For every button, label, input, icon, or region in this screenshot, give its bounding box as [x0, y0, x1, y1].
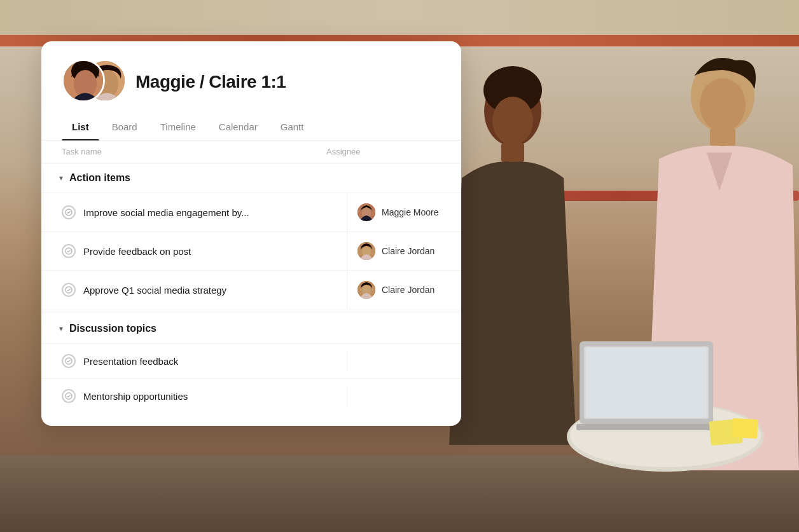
card-title: Maggie / Claire 1:1: [135, 72, 286, 92]
chevron-down-icon-2: ▾: [59, 324, 63, 333]
task-cell: Presentation feedback: [41, 344, 347, 378]
tab-calendar[interactable]: Calendar: [209, 115, 268, 140]
assignee-cell-empty-2: [347, 386, 461, 406]
assignee-avatar-claire: [358, 242, 375, 260]
check-circle-icon[interactable]: [62, 389, 76, 403]
background-scene: [430, 0, 799, 532]
column-assignee: Assignee: [326, 147, 441, 156]
table-row[interactable]: Provide feedback on post Claire Jordan: [41, 231, 461, 270]
assignee-cell: Claire Jordan: [347, 271, 461, 309]
assignee-name: Maggie Moore: [382, 207, 439, 217]
section-discussion-topics: ▾ Discussion topics: [41, 314, 461, 343]
section-action-items: ▾ Action items: [41, 163, 461, 193]
assignee-name: Claire Jordan: [382, 285, 434, 295]
task-cell: Improve social media engagement by...: [41, 195, 347, 229]
tab-gantt[interactable]: Gantt: [270, 115, 314, 140]
avatars-group: [62, 59, 125, 105]
svg-point-6: [700, 78, 746, 132]
check-circle-icon[interactable]: [62, 354, 76, 368]
assignee-avatar-maggie: [358, 203, 375, 221]
svg-point-3: [492, 97, 533, 145]
tab-board[interactable]: Board: [102, 115, 148, 140]
column-task-name: Task name: [62, 147, 326, 156]
table-row[interactable]: Improve social media engagement by... Ma…: [41, 193, 461, 231]
laptop: [576, 341, 716, 433]
check-circle-icon[interactable]: [62, 244, 76, 258]
chevron-down-icon: ▾: [59, 174, 63, 182]
section-divider: [41, 309, 461, 314]
avatar-maggie: [62, 59, 105, 102]
section-action-items-title: Action items: [69, 172, 130, 184]
assignee-cell: Claire Jordan: [347, 232, 461, 270]
table-row[interactable]: Approve Q1 social media strategy Claire …: [41, 270, 461, 309]
svg-rect-2: [501, 143, 524, 162]
task-cell: Mentorship opportunities: [41, 379, 347, 413]
check-circle-icon[interactable]: [62, 283, 76, 297]
table-row[interactable]: Mentorship opportunities: [41, 378, 461, 413]
tab-timeline[interactable]: Timeline: [150, 115, 206, 140]
assignee-name: Claire Jordan: [382, 246, 434, 256]
tab-bar: List Board Timeline Calendar Gantt: [41, 115, 461, 140]
task-cell: Provide feedback on post: [41, 234, 347, 268]
table-row[interactable]: Presentation feedback: [41, 343, 461, 378]
card-header: Maggie / Claire 1:1: [41, 41, 461, 115]
task-name: Provide feedback on post: [83, 246, 191, 257]
task-name: Mentorship opportunities: [83, 391, 188, 402]
tab-list[interactable]: List: [62, 115, 99, 140]
check-circle-icon[interactable]: [62, 205, 76, 219]
assignee-avatar-claire-2: [358, 281, 375, 299]
task-name: Presentation feedback: [83, 356, 178, 367]
svg-rect-12: [586, 348, 707, 418]
task-name: Improve social media engagement by...: [83, 207, 249, 218]
assignee-cell: Maggie Moore: [347, 193, 461, 231]
task-cell: Approve Q1 social media strategy: [41, 273, 347, 307]
svg-rect-11: [576, 424, 716, 430]
task-name: Approve Q1 social media strategy: [83, 285, 226, 296]
section-discussion-topics-title: Discussion topics: [69, 323, 156, 334]
task-card: Maggie / Claire 1:1 List Board Timeline …: [41, 41, 461, 426]
assignee-cell-empty: [347, 351, 461, 371]
table-header: Task name Assignee: [41, 140, 461, 163]
sticky-note-2: [732, 418, 758, 439]
